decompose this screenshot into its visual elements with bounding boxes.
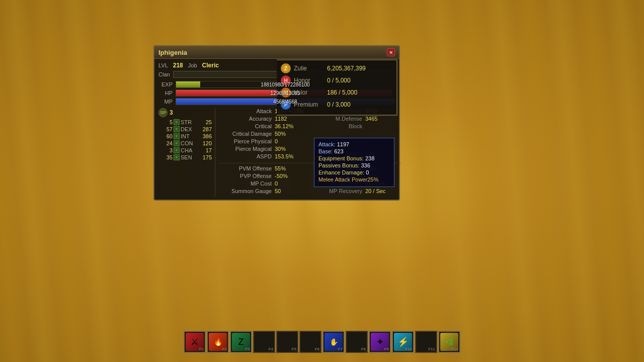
tooltip-attack-row: Attack: 1197 [318,141,390,147]
sen-plus-button[interactable]: + [174,154,180,160]
hotbar-slot-f7[interactable]: ✋ F7 [323,331,345,353]
mp-cost-label: MP Cost [219,180,275,187]
pierce-mag-label: Pierce Magical [219,146,275,152]
int-base: 60 [158,133,173,139]
zulie-icon: Z [281,63,291,73]
pvp-off-row: PVP Offense -50% [219,173,310,179]
hotbar-slot-f2[interactable]: 🔥 F2 [207,331,229,353]
mp-rec-label: MP Recovery [310,188,365,194]
tooltip-attack-label: Attack: [318,141,336,147]
zulie-value: 6,205,367,399 [327,65,366,72]
mp-rec-value: 20 / Sec [365,188,400,194]
pvm-off-row: PVM Offense 55% [219,165,310,171]
tooltip-enhance-label: Enhance Damage: [318,169,364,175]
m-defense-row: M.Defense 3465 [310,116,400,122]
hotbar-slot-f9[interactable]: ✦ F9 [369,331,391,353]
tooltip-enhance-row: Enhance Damage: 0 [318,169,390,175]
job-label: Job [188,62,197,68]
str-plus-button[interactable]: + [174,119,180,125]
sp-row: SP 3 [158,108,212,117]
hp-label: HP [158,90,173,96]
tooltip-equip-val: 238 [365,155,374,161]
tooltip-passives-val: 336 [361,162,370,168]
summon-row: Summon Gauge 50 [219,188,310,194]
pierce-mag-row: Pierce Magical 30% [219,146,310,152]
tooltip-equip-label: Equipment Bonus: [318,155,364,161]
mp-cost-row: MP Cost 0 [219,180,310,187]
str-label: STR [181,119,196,125]
sp-value: 3 [170,109,173,116]
con-plus-button[interactable]: + [174,140,180,146]
mp-bar-text: 4568/4568 [176,99,394,105]
crit-dmg-row: Critical Damage 50% [219,131,310,137]
critical-value: 36.12% [275,123,310,129]
hotbar-slot-f5[interactable]: F5 [276,331,298,353]
hotbar-fkey-f9: F9 [384,347,389,351]
tooltip-attack-val: 1197 [337,141,349,147]
hotbar-fkey-f8: F8 [361,347,366,351]
summon-value: 50 [275,188,310,194]
mp-bar-row: MP 4568/4568 [158,98,395,105]
cha-base: 3 [158,147,173,153]
mp-label: MP [158,99,173,105]
con-label: CON [181,140,196,146]
int-plus-button[interactable]: + [174,133,180,139]
clan-label: Clan [158,71,170,77]
hotbar-fkey-f5: F5 [292,347,296,351]
hotbar-slot-f10[interactable]: ⚡ F10 [392,331,414,353]
str-row: 5 + STR 25 [158,119,212,125]
dex-label: DEX [181,126,196,132]
exp-label: EXP [158,81,173,87]
hotbar-fkey-f10: F10 [405,347,412,351]
hotbar-slot-f11[interactable]: F11 [415,331,437,353]
hotbar-fkey-f11: F11 [428,347,435,351]
str-value: 25 [197,119,212,125]
hotbar-fkey-f7: F7 [338,347,343,351]
dex-row: 57 + DEX 287 [158,126,212,132]
dex-base: 57 [158,126,173,132]
level-label: LVL [158,62,168,68]
hotbar-fkey-f2: F2 [222,347,227,351]
tooltip-equip-row: Equipment Bonus: 238 [318,155,390,161]
sen-value: 175 [197,154,212,160]
hotbar-fkey-f4: F4 [269,347,273,351]
tooltip-base-label: Base: [318,148,333,154]
pierce-phys-row: Pierce Physical 0 [219,138,310,144]
level-value: 218 [173,62,183,69]
attack-tooltip: Attack: 1197 Base: 623 Equipment Bonus: … [314,138,394,187]
summon-label: Summon Gauge [219,188,275,194]
hotbar-slot-f8[interactable]: F8 [346,331,368,353]
pvm-off-label: PVM Offense [219,165,275,171]
critical-row: Critical 36.12% [219,123,310,129]
hotbar-fkey-f3: F3 [246,347,250,351]
cha-plus-button[interactable]: + [174,147,180,153]
int-row: 60 + INT 386 [158,133,212,139]
dex-plus-button[interactable]: + [174,126,180,132]
hotbar-slot-f3[interactable]: Z F3 [230,331,252,353]
close-button[interactable]: ✕ [387,48,395,56]
aspd-value: 153.5% [275,153,310,159]
exp-bar-row: EXP 18810980/172286100 [158,81,395,88]
mp-rec-row: MP Recovery 20 / Sec [310,188,400,194]
hotbar-slot-f4[interactable]: F4 [253,331,275,353]
con-row: 24 + CON 120 [158,140,212,146]
hp-bar-row: HP 12969/13085 [158,89,395,97]
block-label: Block [310,123,365,129]
hotbar-slot-f6[interactable]: F6 [299,331,321,353]
hotbar-fkey-f12: F12 [451,347,458,351]
m-defense-label: M.Defense [310,116,365,122]
pierce-phys-label: Pierce Physical [219,138,275,144]
cha-value: 17 [197,147,212,153]
hp-bar-text: 12969/13085 [176,90,394,97]
zulie-row: Z Zulie 6,205,367,399 [281,63,392,73]
con-base: 24 [158,140,173,146]
hotbar-slot-f1[interactable]: ⚔ F1 [184,331,206,353]
crit-dmg-value: 50% [275,131,310,137]
accuracy-label: Accuracy [219,116,275,122]
pierce-mag-value: 30% [275,146,310,152]
hotbar-slot-f12[interactable]: 🌿 F12 [438,331,460,353]
attack-label: Attack [219,108,275,114]
int-value: 386 [197,133,212,139]
attributes-column: SP 3 5 + STR 25 57 + DEX 287 60 [158,108,215,197]
cha-row: 3 + CHA 17 [158,147,212,153]
